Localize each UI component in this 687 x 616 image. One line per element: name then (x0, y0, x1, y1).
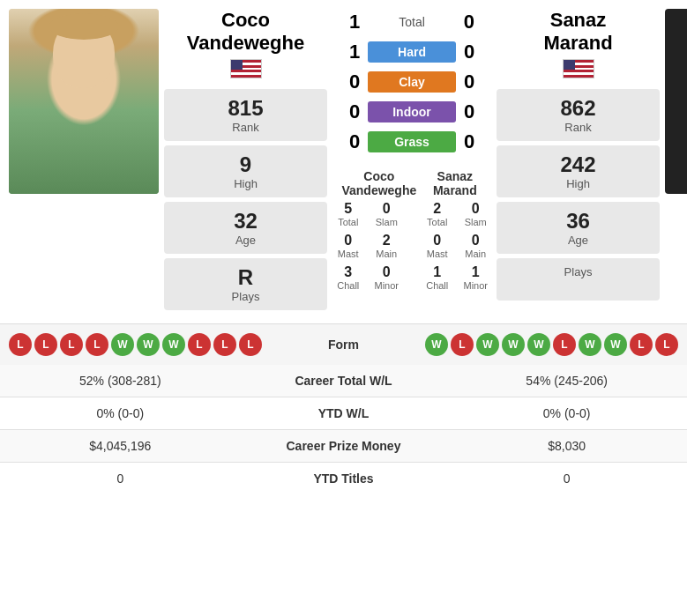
right-high-label: High (501, 177, 655, 190)
hard-row: 1 Hard 0 (332, 39, 491, 65)
table-right-value: 54% (245-206) (446, 365, 687, 397)
right-player-flag (563, 59, 594, 82)
right-high-value: 242 (501, 152, 655, 177)
form-pill-w: W (604, 333, 627, 356)
clay-badge: Clay (368, 71, 456, 93)
form-pill-l: L (630, 333, 653, 356)
right-total-stat: 2 Total (425, 201, 450, 227)
left-rank-box: 815 Rank (164, 89, 327, 141)
hard-right-score: 0 (456, 41, 482, 63)
total-left-score: 1 (341, 11, 368, 33)
left-player-photo (9, 9, 159, 194)
table-center-label: YTD W/L (241, 397, 447, 429)
right-high-box: 242 High (497, 145, 660, 197)
table-left-value: 52% (308-281) (0, 365, 241, 397)
left-rank-label: Rank (168, 121, 323, 134)
right-slam-stat: 0 Slam (463, 201, 488, 227)
indoor-badge: Indoor (368, 101, 456, 122)
table-right-value: $8,030 (446, 429, 687, 462)
left-plays-box: R Plays (164, 258, 327, 310)
right-player-name: Sanaz Marand (543, 9, 612, 56)
table-row: 0YTD Titles0 (0, 462, 687, 494)
usa-flag-right (563, 59, 594, 78)
form-pill-w: W (111, 333, 134, 356)
form-pill-w: W (476, 333, 499, 356)
form-pill-l: L (34, 333, 57, 356)
right-rank-value: 862 (501, 96, 655, 121)
top-section: Coco Vandeweghe 815 Rank 9 High 32 Age R… (0, 0, 687, 323)
right-plays-label: Plays (501, 265, 655, 278)
left-plays-label: Plays (168, 290, 323, 303)
grass-right-score: 0 (456, 130, 482, 153)
left-minor-stat: 0 Minor (375, 264, 400, 291)
right-mast-stat: 0 Mast (425, 233, 450, 259)
form-pill-l: L (9, 333, 32, 356)
right-player-info: Sanaz Marand 862 Rank 242 High 36 Age Pl… (497, 9, 660, 305)
right-form-pills: WLWWWLWWLL (425, 333, 678, 356)
main-container: Coco Vandeweghe 815 Rank 9 High 32 Age R… (0, 0, 687, 616)
left-player-flag (230, 59, 262, 82)
form-pill-w: W (579, 333, 601, 356)
form-pill-w: W (527, 333, 550, 356)
left-main-stat: 2 Main (375, 233, 400, 259)
left-age-value: 32 (168, 209, 323, 234)
left-chall-stat: 3 Chall (336, 264, 361, 291)
indoor-left-score: 0 (341, 100, 368, 123)
total-right-score: 0 (456, 11, 482, 33)
left-total-stat: 5 Total (336, 201, 361, 227)
table-center-label: Career Total W/L (241, 365, 447, 397)
form-pill-w: W (425, 333, 448, 356)
table-row: 52% (308-281)Career Total W/L54% (245-20… (0, 365, 687, 397)
indoor-right-score: 0 (456, 100, 482, 123)
left-slam-stat: 0 Slam (375, 201, 400, 227)
grass-badge: Grass (368, 131, 456, 152)
right-age-label: Age (501, 234, 655, 247)
total-label: Total (399, 15, 425, 29)
table-row: 0% (0-0)YTD W/L0% (0-0) (0, 397, 687, 429)
right-rank-label: Rank (501, 121, 655, 134)
left-high-box: 9 High (164, 145, 327, 197)
form-section: LLLLWWWLLL Form WLWWWLWWLL (0, 323, 687, 365)
right-plays-box: Plays (497, 258, 660, 301)
hard-left-score: 1 (341, 41, 368, 63)
indoor-row: 0 Indoor 0 (332, 99, 491, 125)
hard-badge: Hard (368, 41, 456, 63)
form-pill-l: L (451, 333, 474, 356)
table-left-value: $4,045,196 (0, 429, 241, 462)
left-age-label: Age (168, 234, 323, 247)
form-pill-w: W (502, 333, 525, 356)
form-pill-l: L (239, 333, 262, 356)
form-pill-l: L (86, 333, 108, 356)
table-center-label: YTD Titles (241, 462, 447, 494)
clay-right-score: 0 (456, 71, 482, 93)
grass-row: 0 Grass 0 (332, 129, 491, 155)
form-pill-l: L (213, 333, 236, 356)
table-left-value: 0% (0-0) (0, 397, 241, 429)
table-right-value: 0 (446, 462, 687, 494)
right-main-stat: 0 Main (463, 233, 488, 259)
left-high-value: 9 (168, 152, 323, 177)
form-pill-w: W (162, 333, 185, 356)
left-plays-value: R (168, 265, 323, 290)
form-pill-l: L (553, 333, 576, 356)
table-center-label: Career Prize Money (241, 429, 447, 462)
right-age-box: 36 Age (497, 202, 660, 254)
right-minor-stat: 1 Minor (463, 264, 488, 291)
right-player-name-bottom: Sanaz Marand (422, 169, 488, 197)
table-right-value: 0% (0-0) (446, 397, 687, 429)
left-high-label: High (168, 177, 323, 190)
form-pill-w: W (137, 333, 160, 356)
form-pill-l: L (60, 333, 83, 356)
left-form-pills: LLLLWWWLLL (9, 333, 262, 356)
table-left-value: 0 (0, 462, 241, 494)
stats-table: 52% (308-281)Career Total W/L54% (245-20… (0, 365, 687, 494)
table-row: $4,045,196Career Prize Money$8,030 (0, 429, 687, 462)
left-player-info: Coco Vandeweghe 815 Rank 9 High 32 Age R… (164, 9, 327, 315)
total-row: 1 Total 0 (332, 9, 491, 35)
right-chall-stat: 1 Chall (425, 264, 450, 291)
clay-left-score: 0 (341, 71, 368, 93)
left-player-name: Coco Vandeweghe (187, 9, 304, 56)
right-rank-box: 862 Rank (497, 89, 660, 141)
right-player-photo (665, 9, 687, 194)
left-mast-stat: 0 Mast (336, 233, 361, 259)
